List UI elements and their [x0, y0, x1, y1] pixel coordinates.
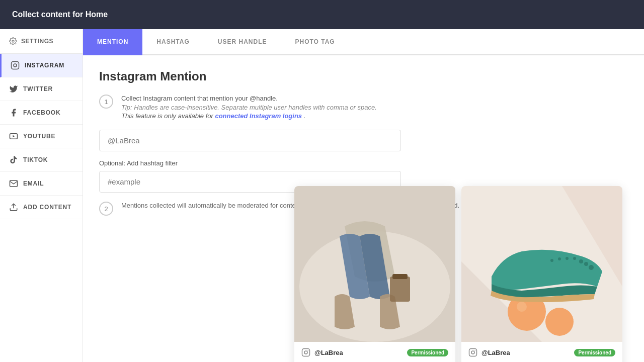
step-1-content: Collect Instagram content that mention y…: [121, 94, 628, 121]
card-2-user-left: @LaBrea: [468, 348, 510, 357]
step-2-number: 2: [99, 202, 113, 216]
add-content-icon: [9, 203, 18, 212]
svg-point-19: [517, 302, 527, 312]
card-1-image: [294, 186, 455, 342]
sidebar-item-add-content[interactable]: ADD CONTENT: [0, 196, 83, 219]
card-2-badge: Permissioned: [574, 349, 615, 356]
sidebar-label-tiktok: TIKTOK: [23, 156, 48, 163]
email-icon: [9, 179, 18, 188]
svg-rect-27: [469, 349, 477, 356]
sidebar: SETTINGS INSTAGRAM TWITTER: [0, 29, 83, 362]
step-1: 1 Collect Instagram content that mention…: [99, 94, 628, 121]
tab-hashtag[interactable]: HASHTAG: [142, 29, 203, 55]
svg-point-13: [307, 350, 308, 351]
card-2-instagram-icon: [468, 348, 477, 357]
tiktok-icon: [9, 155, 18, 164]
facebook-icon: [9, 108, 18, 117]
card-2-user-row: @LaBrea Permissioned: [468, 348, 615, 357]
sidebar-item-twitter[interactable]: TWITTER: [0, 77, 83, 101]
card-2-image: [461, 186, 622, 342]
sidebar-label-email: EMAIL: [23, 180, 44, 187]
sidebar-item-settings[interactable]: SETTINGS: [0, 29, 83, 54]
svg-point-24: [558, 257, 561, 260]
svg-rect-10: [392, 274, 408, 279]
content-area: Instagram Mention 1 Collect Instagram co…: [83, 55, 644, 362]
card-1-instagram-icon: [301, 348, 310, 357]
optional-label: Optional: Add hashtag filter: [99, 159, 628, 167]
card-1-user-left: @LaBrea: [301, 348, 343, 357]
sidebar-label-add-content: ADD CONTENT: [23, 204, 71, 211]
svg-point-28: [471, 351, 474, 354]
gear-icon: [9, 37, 17, 45]
card-1-user-row: @LaBrea Permissioned: [301, 348, 448, 357]
svg-point-26: [573, 257, 576, 260]
page-title: Instagram Mention: [99, 69, 628, 83]
svg-marker-5: [13, 135, 15, 138]
step-1-line3: This feature is only available for conne…: [121, 111, 628, 121]
header-title: Collect content for Home: [12, 10, 108, 19]
sidebar-item-email[interactable]: EMAIL: [0, 172, 83, 196]
svg-rect-11: [302, 349, 310, 356]
card-1-username: @LaBrea: [314, 349, 343, 356]
youtube-icon: [9, 132, 18, 141]
svg-point-29: [474, 350, 475, 351]
step-1-tip: Tip: Handles are case-insensitive. Separ…: [121, 104, 628, 111]
card-2: @LaBrea Permissioned Add caption for you…: [461, 186, 622, 362]
sidebar-label-twitter: TWITTER: [23, 85, 53, 93]
card-1-footer: @LaBrea Permissioned Add caption for you…: [294, 342, 455, 362]
step-1-line1: Collect Instagram content that mention y…: [121, 94, 628, 104]
sidebar-label-youtube: YOUTUBE: [23, 133, 55, 140]
instagram-login-link[interactable]: connected Instagram logins: [215, 112, 302, 120]
svg-point-3: [17, 63, 18, 64]
app-header: Collect content for Home: [0, 0, 644, 29]
settings-label: SETTINGS: [21, 38, 53, 45]
svg-point-25: [566, 257, 569, 260]
cards-container: @LaBrea Permissioned Add caption for you…: [294, 186, 622, 362]
svg-point-23: [550, 259, 553, 262]
tab-bar: MENTION HASHTAG USER HANDLE PHOTO TAG: [83, 29, 644, 55]
svg-rect-9: [390, 277, 410, 302]
sidebar-label-instagram: INSTAGRAM: [25, 62, 64, 69]
svg-rect-1: [12, 62, 19, 69]
card-1: @LaBrea Permissioned Add caption for you…: [294, 186, 455, 362]
sidebar-item-youtube[interactable]: YOUTUBE: [0, 125, 83, 148]
svg-point-20: [589, 265, 594, 270]
handle-input[interactable]: [99, 130, 401, 151]
sidebar-item-facebook[interactable]: FACEBOOK: [0, 101, 83, 125]
sidebar-label-facebook: FACEBOOK: [23, 109, 60, 116]
tab-user-handle[interactable]: USER HANDLE: [204, 29, 281, 55]
main-area: MENTION HASHTAG USER HANDLE PHOTO TAG In…: [83, 29, 644, 362]
svg-point-18: [545, 308, 574, 336]
sidebar-item-instagram[interactable]: INSTAGRAM: [0, 54, 83, 77]
instagram-icon: [11, 61, 20, 70]
svg-point-2: [14, 64, 17, 67]
main-layout: SETTINGS INSTAGRAM TWITTER: [0, 29, 644, 362]
card-2-username: @LaBrea: [481, 349, 510, 356]
svg-point-21: [584, 262, 588, 266]
svg-point-0: [12, 40, 14, 42]
svg-point-12: [304, 351, 307, 354]
tab-mention[interactable]: MENTION: [83, 29, 142, 55]
card-2-footer: @LaBrea Permissioned Add caption for you…: [461, 342, 622, 362]
twitter-icon: [9, 84, 18, 94]
svg-point-22: [579, 259, 583, 263]
step-1-number: 1: [99, 95, 113, 109]
card-1-badge: Permissioned: [407, 349, 448, 356]
tab-photo-tag[interactable]: PHOTO TAG: [281, 29, 349, 55]
sidebar-item-tiktok[interactable]: TIKTOK: [0, 148, 83, 172]
